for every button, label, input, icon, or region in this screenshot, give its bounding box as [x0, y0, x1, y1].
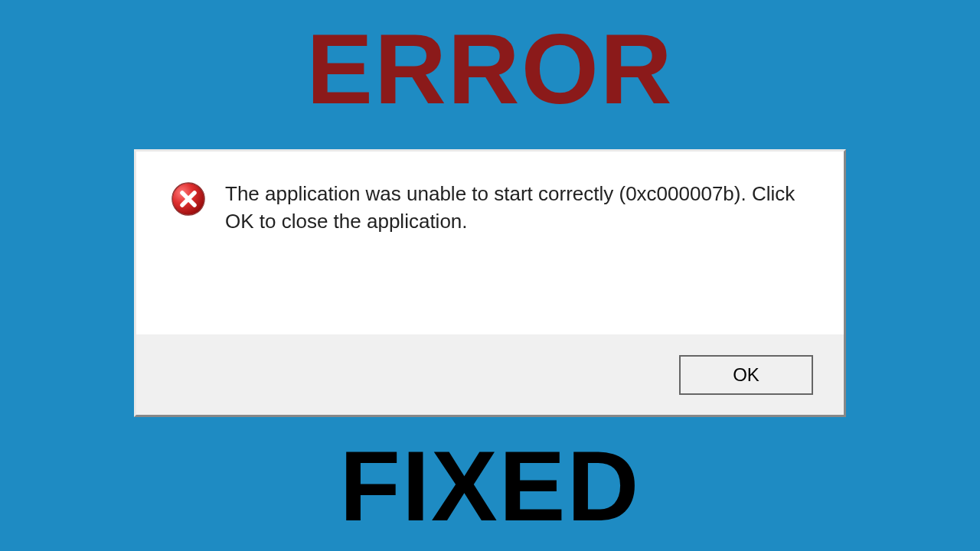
dialog-body: The application was unable to start corr… — [136, 152, 844, 334]
ok-button[interactable]: OK — [679, 355, 813, 395]
heading-fixed: FIXED — [340, 429, 641, 543]
error-icon — [171, 181, 206, 217]
dialog-footer: OK — [136, 334, 844, 415]
heading-error: ERROR — [306, 11, 673, 126]
error-dialog: The application was unable to start corr… — [134, 149, 846, 417]
dialog-message: The application was unable to start corr… — [225, 178, 813, 236]
